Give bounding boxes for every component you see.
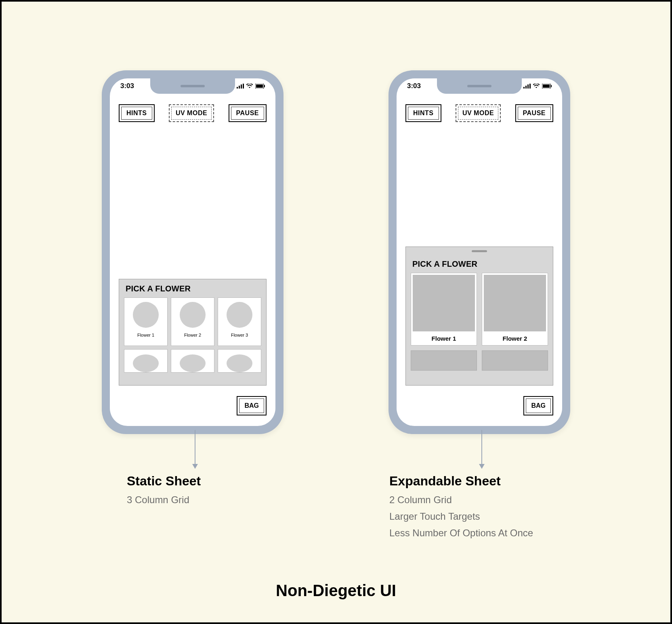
bag-button[interactable]: BAG [523,396,553,415]
flower-card[interactable]: Flower 2 [482,273,548,346]
sheet-title: PICK A FLOWER [119,279,266,297]
caption-right: Expandable Sheet 2 Column Grid Larger To… [389,474,533,541]
flower-card[interactable] [171,349,214,373]
svg-rect-5 [256,84,263,88]
flower-card[interactable] [411,350,477,371]
flower-grid-2col-row2 [406,350,553,371]
flower-image-placeholder [133,302,159,328]
battery-icon [255,84,265,89]
battery-icon [542,84,552,89]
flower-card[interactable]: Flower 3 [218,297,261,346]
annotation-arrow-left [195,430,195,468]
svg-rect-0 [237,87,238,89]
flower-card[interactable] [482,350,548,371]
svg-rect-6 [264,85,265,87]
flower-sheet-expandable[interactable]: PICK A FLOWER Flower 1 Flower 2 [405,247,553,386]
hints-button[interactable]: HINTS [119,104,155,122]
svg-rect-2 [241,84,242,89]
svg-rect-7 [523,87,525,89]
sheet-drag-handle[interactable] [472,250,487,252]
game-hud: HINTS UV MODE PAUSE [405,104,553,122]
flower-grid-2col: Flower 1 Flower 2 [406,273,553,346]
flower-image-placeholder [227,354,252,372]
flower-image-placeholder [484,275,546,331]
pause-button-label: PAUSE [231,107,264,120]
caption-line: 2 Column Grid [389,492,533,508]
phone-static-sheet: 3:03 HINTS UV MODE [102,70,284,434]
flower-grid-3col-row2 [119,349,266,373]
caption-line: 3 Column Grid [127,492,201,508]
flower-sheet-static: PICK A FLOWER Flower 1 Flower 2 Flowe [119,279,267,386]
signal-icon [237,84,244,89]
bag-button-label: BAG [239,398,264,413]
caption-line: Larger Touch Targets [389,508,533,525]
phone-notch [437,78,522,94]
notch-speaker [181,85,205,87]
uv-mode-button-label: UV MODE [171,107,212,120]
status-time: 3:03 [407,82,421,90]
svg-rect-13 [551,85,552,87]
flower-label: Flower 1 [137,333,154,337]
flower-label: Flower 2 [184,333,201,337]
flower-card[interactable]: Flower 2 [171,297,214,346]
flower-label: Flower 1 [411,335,477,342]
wifi-icon [533,84,540,89]
flower-image-placeholder [133,354,159,372]
caption-line: Less Number Of Options At Once [389,525,533,542]
game-hud: HINTS UV MODE PAUSE [119,104,267,122]
svg-rect-8 [525,86,527,89]
diagram-canvas: 3:03 HINTS UV MODE [0,0,672,624]
status-icons [237,84,265,89]
bag-button[interactable]: BAG [237,396,267,415]
flower-card[interactable]: Flower 1 [124,297,168,346]
hints-button[interactable]: HINTS [405,104,441,122]
phone-expandable-sheet: 3:03 HINTS UV MODE [388,70,570,434]
phone-notch [150,78,235,94]
phones-row: 3:03 HINTS UV MODE [2,2,670,434]
hints-button-label: HINTS [121,107,152,120]
wifi-icon [246,84,253,89]
uv-mode-button-label: UV MODE [458,107,498,120]
page-title: Non-Diegetic UI [2,582,670,600]
signal-icon [523,84,531,89]
flower-card[interactable] [124,349,168,373]
caption-title: Expandable Sheet [389,474,533,489]
hints-button-label: HINTS [408,107,439,120]
flower-image-placeholder [180,354,206,372]
svg-rect-1 [239,86,240,89]
bag-button-label: BAG [526,398,551,413]
svg-rect-12 [543,84,550,88]
pause-button[interactable]: PAUSE [515,104,553,122]
sheet-title: PICK A FLOWER [406,255,553,273]
flower-label: Flower 3 [231,333,248,337]
phone-screen: 3:03 HINTS UV MODE [397,78,562,426]
uv-mode-button[interactable]: UV MODE [169,104,214,122]
flower-label: Flower 2 [482,335,548,342]
notch-speaker [467,85,491,87]
pause-button-label: PAUSE [518,107,551,120]
caption-left: Static Sheet 3 Column Grid [127,474,201,508]
flower-card[interactable]: Flower 1 [411,273,477,346]
status-time: 3:03 [120,82,134,90]
flower-image-placeholder [180,302,206,328]
annotation-arrow-right [481,430,482,468]
flower-grid-3col: Flower 1 Flower 2 Flower 3 [119,297,266,346]
svg-rect-3 [243,84,244,89]
svg-rect-10 [529,84,531,89]
flower-image-placeholder [413,275,475,331]
phone-screen: 3:03 HINTS UV MODE [110,78,275,426]
status-icons [523,84,552,89]
caption-title: Static Sheet [127,474,201,489]
pause-button[interactable]: PAUSE [229,104,267,122]
uv-mode-button[interactable]: UV MODE [456,104,501,122]
flower-card[interactable] [218,349,261,373]
svg-rect-9 [527,84,529,89]
flower-image-placeholder [227,302,252,328]
